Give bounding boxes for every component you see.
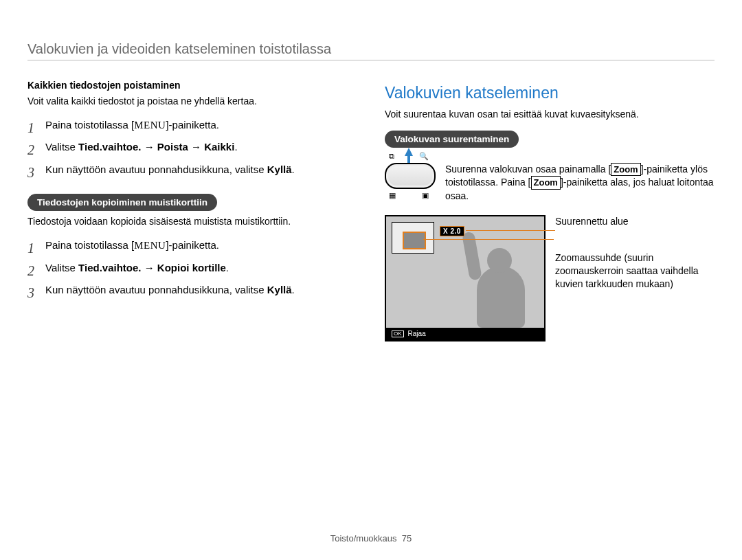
- zoom-in-icon: ⧉: [389, 152, 394, 161]
- delete-steps: Paina toistotilassa [MENU]-painiketta. V…: [27, 117, 357, 178]
- step-item: Valitse Tied.vaihtoe. → Poista → Kaikki.: [27, 139, 357, 155]
- leader-line: [423, 239, 554, 240]
- step-item: Kun näyttöön avautuu ponnahdusikkuna, va…: [27, 162, 357, 178]
- section-intro: Voit suurentaa kuvan osan tai esittää ku…: [385, 108, 715, 121]
- grid-icon: ▦: [389, 191, 396, 200]
- zoom-rocker-illustration: ⧉ 🔍 ▦ ▣: [385, 163, 433, 189]
- zoom-pill: Valokuvan suurentaminen: [385, 131, 519, 148]
- menu-label: MENU: [134, 240, 166, 251]
- section-title: Valokuvien katseleminen: [385, 84, 715, 102]
- ok-icon: OK: [392, 331, 404, 337]
- zoom-ratio-badge: X 2.0: [440, 226, 464, 236]
- step-item: Paina toistotilassa [MENU]-painiketta.: [27, 117, 357, 133]
- callout-area: Suurennettu alue: [555, 215, 715, 228]
- copy-steps: Paina toistotilassa [MENU]-painiketta. V…: [27, 238, 357, 298]
- menu-label: MENU: [134, 120, 166, 131]
- delete-all-heading: Kaikkien tiedostojen poistaminen: [27, 80, 357, 91]
- copy-intro: Tiedostoja voidaan kopioida sisäisestä m…: [27, 215, 357, 228]
- callout-zoom-ratio: Zoomaussuhde (suurin zoomauskerroin saat…: [555, 251, 715, 291]
- zoom-button-label: Zoom: [531, 176, 561, 190]
- zoom-description: Suurenna valokuvan osaa painamalla [Zoom…: [445, 163, 715, 203]
- zoom-area-rect: [403, 232, 426, 249]
- thumbnail-icon: ▣: [422, 191, 429, 200]
- copy-pill: Tiedostojen kopioiminen muistikorttiin: [27, 194, 217, 211]
- display-callouts: Suurennettu alue Zoomaussuhde (suurin zo…: [555, 215, 715, 291]
- zoom-button-label: Zoom: [611, 163, 640, 177]
- step-item: Paina toistotilassa [MENU]-painiketta.: [27, 238, 357, 254]
- right-column: Valokuvien katseleminen Voit suurentaa k…: [385, 84, 715, 341]
- display-bottom-bar: OK Rajaa: [386, 328, 544, 340]
- magnifier-icon: 🔍: [419, 152, 429, 161]
- leader-line: [466, 230, 555, 231]
- silhouette-icon: [442, 238, 532, 328]
- crop-label: Rajaa: [408, 330, 426, 337]
- left-column: Kaikkien tiedostojen poistaminen Voit va…: [27, 80, 357, 341]
- camera-display-illustration: X 2.0 OK Rajaa: [385, 215, 546, 341]
- step-item: Valitse Tied.vaihtoe. → Kopioi kortille.: [27, 260, 357, 276]
- step-item: Kun näyttöön avautuu ponnahdusikkuna, va…: [27, 282, 357, 298]
- delete-all-intro: Voit valita kaikki tiedostot ja poistaa …: [27, 95, 357, 108]
- page-footer: Toisto/muokkaus 75: [0, 533, 742, 544]
- page-header: Valokuvien ja videoiden katseleminen toi…: [27, 41, 715, 60]
